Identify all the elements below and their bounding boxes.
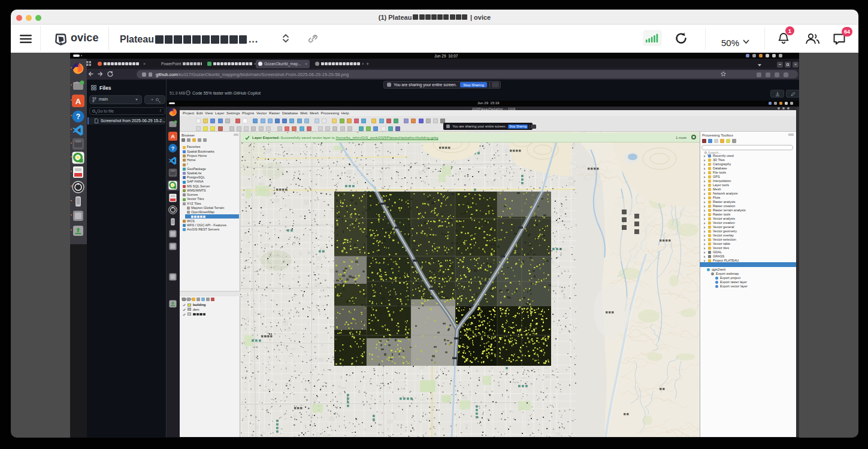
- svg-text:?: ?: [76, 113, 80, 121]
- svg-text:?: ?: [171, 145, 174, 151]
- svg-text:A: A: [171, 134, 175, 139]
- svg-text:A: A: [75, 97, 81, 106]
